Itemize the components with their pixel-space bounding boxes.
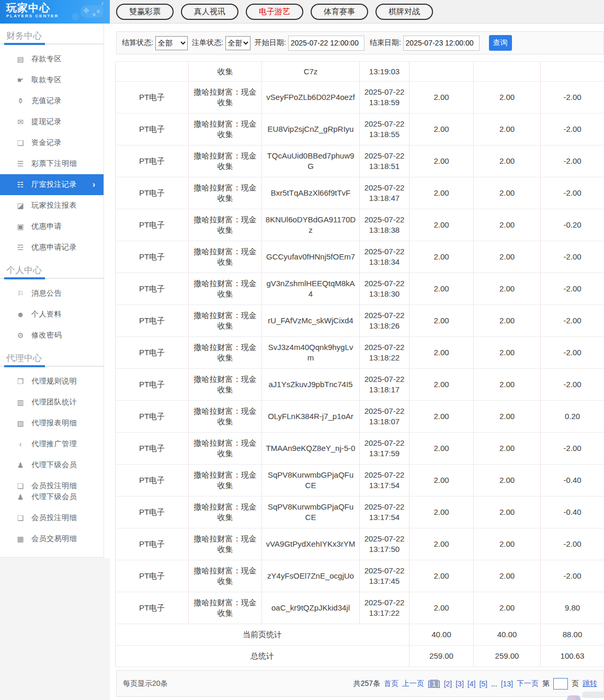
- sidebar-item-会员投注明细[interactable]: ❏ 会员投注明细 ›: [0, 507, 104, 528]
- cell-order-id: TQcAuUid0BBed7phuw9G: [262, 145, 360, 177]
- sidebar-item-提现记录[interactable]: ✉ 提现记录 ›: [0, 111, 104, 132]
- player-report-icon: ◪: [16, 201, 25, 210]
- cell-profit: -2.00: [541, 369, 604, 401]
- cell-game-name: 撒哈拉财富：现金收集: [189, 305, 262, 337]
- cell-game-type: PT电子: [116, 82, 189, 114]
- lottery-doc-icon: ☰: [16, 160, 25, 168]
- table-row: PT电子 撒哈拉财富：现金收集 OLyFLnK384R-j7_p1oAr 202…: [116, 401, 604, 433]
- promo-list-icon: ☲: [16, 243, 25, 252]
- next-page-link[interactable]: 下一页: [517, 679, 539, 688]
- cell-game-type: PT电子: [116, 273, 189, 305]
- cell-bet-amount: 2.00: [409, 177, 474, 209]
- page-ellipsis: ...: [491, 680, 497, 688]
- page-link-4[interactable]: [4]: [468, 680, 476, 688]
- sidebar-item-消息公告[interactable]: ⚐ 消息公告 ›: [0, 283, 104, 304]
- user-icon: ☻: [16, 310, 25, 319]
- first-page-link[interactable]: 首页: [384, 679, 398, 688]
- cell-profit: -0.40: [541, 465, 604, 496]
- cell-game-name: 撒哈拉财富：现金收集: [189, 209, 262, 241]
- cell-order-id: aJ1YsZkuvJ9pbTnc74I5: [262, 369, 360, 401]
- summary-profit: 100.63: [541, 646, 604, 667]
- game-tab-真人视讯[interactable]: 真人视讯: [181, 4, 238, 20]
- cell-bet-amount: 2.00: [409, 496, 474, 528]
- report-news-icon: ▧: [16, 419, 25, 427]
- cell-game-type: PT电子: [116, 337, 189, 369]
- cell-order-id: Bxr5tTqABzXl66f9tTvF: [262, 177, 360, 209]
- cell-profit: -2.00: [541, 241, 604, 273]
- cell-bet-amount: 2.00: [409, 433, 474, 465]
- order-status-select[interactable]: 全部: [225, 36, 250, 50]
- cell-valid-amount: 2.00: [474, 177, 541, 209]
- start-date-input[interactable]: [288, 36, 364, 51]
- sidebar-item-资金记录[interactable]: ❑ 资金记录 ›: [0, 132, 104, 153]
- page-link-1[interactable]: [1]: [428, 680, 440, 688]
- prev-page-link[interactable]: 上一页: [402, 679, 424, 688]
- jump-page-input[interactable]: [553, 678, 568, 690]
- total-count-label: 共257条: [354, 679, 380, 688]
- summary-bet: 40.00: [409, 624, 474, 646]
- app-logo: 玩家中心 PLAYERS CENTER: [0, 0, 110, 24]
- cell-valid-amount: 2.00: [474, 433, 541, 465]
- summary-label: 总统计: [116, 646, 409, 667]
- cell-bet-time: 2025-07-22 13:18:38: [360, 209, 409, 241]
- page-link-13[interactable]: [13]: [501, 680, 513, 688]
- sidebar-item-个人资料[interactable]: ☻ 个人资料 ›: [0, 304, 104, 325]
- cell-order-id: vVA9GtPydXehIYKx3rYM: [262, 528, 360, 560]
- pagination-bar: 每页显示20条 共257条 首页 上一页 [1][2][3][4][5]...[…: [116, 670, 604, 697]
- sidebar-item-存款专区[interactable]: ▤ 存款专区 ›: [0, 49, 104, 70]
- page-link-5[interactable]: [5]: [479, 680, 487, 688]
- game-category-tabbar: 雙赢彩票 真人视讯 电子游艺 体育赛事 棋牌对战: [110, 0, 604, 24]
- sidebar-item-代理下级会员[interactable]: ♟ 代理下级会员 ›: [0, 487, 104, 507]
- wallet-icon: ✉: [16, 118, 25, 126]
- cell-game-type: PT电子: [116, 177, 189, 209]
- table-row: PT电子 撒哈拉财富：现金收集 TQcAuUid0BBed7phuw9G 202…: [116, 145, 604, 177]
- cell-bet-time: 2025-07-22 13:18:07: [360, 401, 409, 433]
- cell-bet-amount: 2.00: [409, 465, 474, 496]
- cell-game-type: PT电子: [116, 209, 189, 241]
- cell-bet-amount: 2.00: [409, 369, 474, 401]
- sidebar-item-优惠申请[interactable]: ▣ 优惠申请 ›: [0, 216, 104, 237]
- cell-profit: -2.00: [541, 528, 604, 560]
- table-row: PT电子 撒哈拉财富：现金收集 rU_FAfVzMc_skWjCixd4 202…: [116, 305, 604, 337]
- sidebar-item-会员交易明细[interactable]: ▦ 会员交易明细 ›: [0, 528, 104, 549]
- sidebar-item-代理报表明细[interactable]: ▧ 代理报表明细 ›: [0, 413, 104, 434]
- game-tab-电子游艺[interactable]: 电子游艺: [246, 4, 303, 20]
- end-date-input[interactable]: [403, 36, 480, 51]
- cell-valid-amount: [474, 62, 541, 82]
- game-tab-雙赢彩票[interactable]: 雙赢彩票: [116, 4, 174, 20]
- sidebar-item-厅室投注记录[interactable]: ☷ 厅室投注记录 ›: [0, 174, 104, 195]
- query-button[interactable]: 查询: [489, 35, 512, 51]
- sidebar-item-修改密码[interactable]: ⚙ 修改密码 ›: [0, 325, 104, 346]
- cell-bet-amount: 2.00: [409, 305, 474, 337]
- sidebar-item-彩票下注明细[interactable]: ☰ 彩票下注明细 ›: [0, 153, 104, 174]
- cell-game-name: 撒哈拉财富：现金收集: [189, 401, 262, 433]
- sidebar-item-玩家投注报表[interactable]: ◪ 玩家投注报表 ›: [0, 195, 104, 216]
- summary-valid: 40.00: [474, 624, 541, 646]
- cell-order-id: oaC_kr9tQZpJKkid34jl: [262, 592, 360, 624]
- sidebar-item-代理推广管理[interactable]: ‹ 代理推广管理 ›: [0, 434, 104, 455]
- game-tab-体育赛事[interactable]: 体育赛事: [311, 4, 368, 20]
- table-row: PT电子 撒哈拉财富：现金收集 EU8Vip2sjCnZ_gRpRIyu 202…: [116, 114, 604, 145]
- corner-widget-partial: [582, 692, 604, 698]
- game-tab-棋牌对战[interactable]: 棋牌对战: [375, 4, 433, 20]
- sidebar-item-优惠申请记录[interactable]: ☲ 优惠申请记录 ›: [0, 237, 104, 258]
- sidebar-item-代理规则说明[interactable]: ❐ 代理规则说明 ›: [0, 371, 104, 392]
- purse-icon: ❑: [16, 139, 25, 147]
- table-row: PT电子 撒哈拉财富：现金收集 SqPV8KurwmbGPjaQFuCE 202…: [116, 465, 604, 496]
- page-link-2[interactable]: [2]: [444, 680, 452, 688]
- jump-go-link[interactable]: 跳转: [583, 679, 597, 688]
- sidebar: 财务中心 ▤ 存款专区 › ☛ 取款专区 › ⚱ 充值记录 › ✉ 提现记录 ›…: [0, 24, 104, 558]
- sidebar-item-代理团队统计[interactable]: ▥ 代理团队统计 ›: [0, 392, 104, 413]
- cell-bet-time: 2025-07-22 13:18:34: [360, 241, 409, 273]
- sidebar-item-充值记录[interactable]: ⚱ 充值记录 ›: [0, 91, 104, 111]
- settle-status-select[interactable]: 全部: [155, 36, 188, 50]
- cell-game-name: 撒哈拉财富：现金收集: [189, 177, 262, 209]
- cell-bet-time: 2025-07-22 13:18:30: [360, 273, 409, 305]
- sidebar-item-代理下级会员[interactable]: ♟ 代理下级会员 ›: [0, 455, 104, 476]
- page-link-3[interactable]: [3]: [455, 680, 464, 688]
- cell-game-type: PT电子: [116, 433, 189, 465]
- cell-game-name: 撒哈拉财富：现金收集: [189, 82, 262, 114]
- section-divider: [0, 278, 104, 279]
- sidebar-item-取款专区[interactable]: ☛ 取款专区 ›: [0, 70, 104, 91]
- cell-order-id: SqPV8KurwmbGPjaQFuCE: [262, 465, 360, 496]
